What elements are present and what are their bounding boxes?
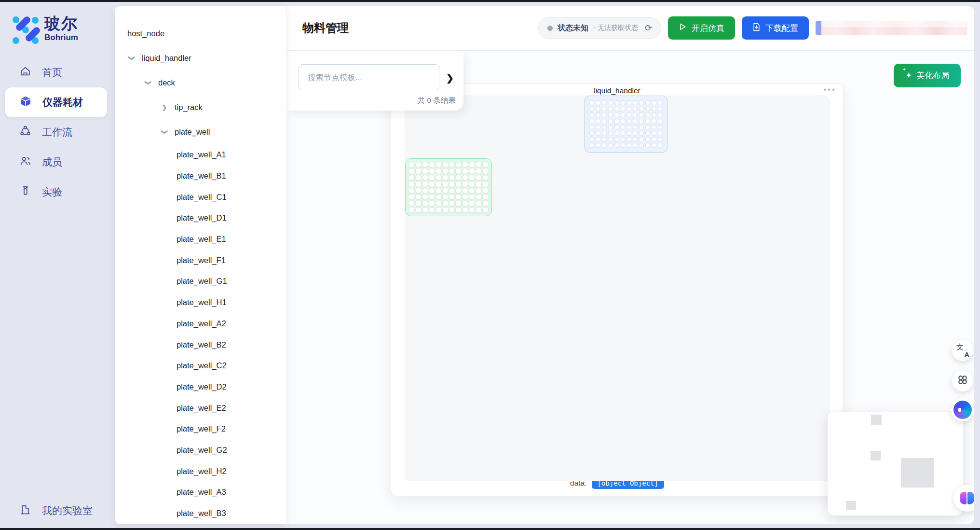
tree-item[interactable]: plate_well_F1 — [115, 250, 286, 271]
tree-item[interactable]: plate_well_H1 — [115, 292, 286, 313]
sidebar: 玻尔 Bohrium 首页 仪器耗材 工作流 成员 — [0, 2, 112, 530]
node-deck-area[interactable] — [405, 96, 830, 481]
ai-assistant-button[interactable] — [951, 398, 974, 421]
tree-chevron-icon[interactable]: ❯ — [128, 53, 136, 64]
sidebar-item-label: 我的实验室 — [42, 504, 93, 517]
page-header: 物料管理 状态未知 - 无法获取状态 ⟳ 开启仿真 下载配置 — [287, 6, 974, 51]
tree-item-label: plate_well_G1 — [177, 277, 227, 286]
tree-item[interactable]: plate_well_C1 — [115, 186, 286, 208]
tree-item[interactable]: plate_well_B1 — [115, 166, 286, 187]
tree-item[interactable]: plate_well_G2 — [115, 440, 286, 461]
brand-logo[interactable]: 玻尔 Bohrium — [11, 12, 107, 45]
tree-item-label: plate_well_F1 — [177, 256, 226, 265]
tree-item[interactable]: plate_well_A1 — [115, 144, 286, 166]
tree-item-label: plate_well_E1 — [177, 235, 226, 244]
tree-item-label: plate_well_H2 — [177, 467, 227, 476]
tree-item-label: plate_well_D2 — [177, 382, 227, 391]
tree-item-label: plate_well_E2 — [177, 404, 226, 413]
node-menu-dots-icon[interactable]: ••• — [823, 85, 836, 95]
tree-item[interactable]: plate_well_C2 — [115, 355, 286, 377]
refresh-icon[interactable]: ⟳ — [645, 23, 652, 33]
sidebar-item-home[interactable]: 首页 — [5, 57, 107, 87]
brand-name-cn: 玻尔 — [44, 15, 78, 31]
tree-item-label: plate_well_F2 — [177, 424, 226, 433]
main-panel: 物料管理 状态未知 - 无法获取状态 ⟳ 开启仿真 下载配置 ❯ 共 0 条结果 — [287, 6, 974, 524]
tree-item-label: plate_well_C1 — [177, 193, 227, 202]
tree-item[interactable]: plate_well_E1 — [115, 229, 286, 250]
download-config-label: 下载配置 — [765, 23, 798, 34]
sidebar-item-label: 成员 — [42, 155, 62, 169]
tree-item[interactable]: ❯ liquid_handler — [115, 46, 286, 70]
tree-chevron-icon[interactable]: ❯ — [145, 78, 152, 88]
download-config-button[interactable]: 下载配置 — [742, 16, 809, 40]
lab-building-icon — [19, 503, 31, 518]
sidebar-bottom: 我的实验室 — [5, 499, 107, 522]
tree-item-label: plate_well_B1 — [177, 171, 226, 181]
bohrium-logo-icon — [11, 14, 40, 43]
collapse-panel-arrow-icon[interactable]: ❯ — [446, 72, 454, 84]
sidebar-item-experiments[interactable]: 实验 — [5, 177, 107, 207]
minimap-node — [871, 415, 882, 425]
tree-item[interactable]: plate_well_D2 — [115, 377, 286, 398]
home-icon — [19, 65, 31, 80]
cube-icon — [19, 95, 32, 110]
sidebar-item-instruments[interactable]: 仪器耗材 — [5, 87, 107, 117]
start-simulation-label: 开启仿真 — [692, 23, 724, 34]
status-badge[interactable]: 状态未知 - 无法获取状态 ⟳ — [538, 17, 661, 39]
play-icon — [679, 23, 687, 33]
page-title: 物料管理 — [302, 20, 349, 36]
brand-name-en: Bohrium — [44, 33, 78, 42]
node-tree-panel: host_node ❯ liquid_handler ❯ deck ❯ tip_… — [115, 6, 287, 524]
tree-item[interactable]: plate_well_G1 — [115, 271, 286, 292]
tree-item[interactable]: plate_well_A2 — [115, 313, 286, 335]
tree-item[interactable]: ❯ deck — [115, 70, 286, 95]
minimap[interactable] — [828, 412, 963, 516]
tree-item[interactable]: plate_well_A3 — [115, 482, 286, 503]
brain-icon — [960, 492, 974, 504]
test-tube-icon — [19, 185, 31, 199]
tree-item[interactable]: plate_well_B3 — [115, 503, 286, 524]
beautify-layout-label: 美化布局 — [916, 70, 949, 81]
translate-button[interactable]: 文 A — [952, 340, 973, 361]
sidebar-item-my-lab[interactable]: 我的实验室 — [5, 499, 107, 522]
tree-item[interactable]: plate_well_F2 — [115, 418, 286, 440]
minimap-node — [846, 501, 856, 510]
tree-item-label: plate_well — [175, 127, 210, 137]
tip-rack-plate[interactable] — [585, 96, 667, 153]
search-input[interactable] — [299, 64, 439, 90]
sidebar-item-workflow[interactable]: 工作流 — [5, 117, 107, 147]
members-icon — [19, 155, 31, 169]
tree-chevron-icon[interactable]: ❯ — [161, 127, 168, 138]
tree-item-label: plate_well_H1 — [177, 298, 227, 307]
status-detail: - 无法获取状态 — [593, 24, 638, 32]
robot-face-icon — [953, 401, 972, 419]
tree-item-label: plate_well_D1 — [177, 213, 227, 223]
apps-grid-icon — [956, 374, 969, 388]
beautify-layout-button[interactable]: ✦ 美化布局 — [894, 64, 961, 87]
tree-item[interactable]: ❯ plate_well — [115, 120, 286, 144]
layout-canvas[interactable]: ❯ 共 0 条结果 liquid_handler ••• data: [obje… — [287, 51, 974, 524]
workflow-icon — [19, 125, 31, 139]
translate-icon: 文 A — [956, 344, 969, 357]
sidebar-item-members[interactable]: 成员 — [5, 147, 107, 177]
tree-item[interactable]: plate_well_B2 — [115, 334, 286, 355]
tree-item[interactable]: plate_well_D1 — [115, 208, 286, 229]
sidebar-item-label: 实验 — [42, 185, 62, 199]
tree-item[interactable]: plate_well_E2 — [115, 397, 286, 418]
tree-item-label: plate_well_A3 — [177, 488, 226, 497]
tree-item[interactable]: ❯ tip_rack — [115, 95, 286, 120]
tree-item[interactable]: host_node — [115, 21, 286, 46]
status-dot-icon — [547, 26, 553, 31]
well-plate[interactable] — [405, 158, 492, 216]
apps-grid-button[interactable] — [952, 370, 973, 391]
tree-item-label: plate_well_A2 — [177, 319, 226, 328]
tree-item[interactable]: plate_well_H2 — [115, 460, 286, 482]
start-simulation-button[interactable]: 开启仿真 — [668, 16, 735, 40]
tree-item-label: liquid_handler — [142, 54, 191, 63]
search-result-count: 共 0 条结果 — [418, 96, 456, 106]
sidebar-nav: 首页 仪器耗材 工作流 成员 实验 — [5, 57, 107, 207]
sidebar-item-label: 仪器耗材 — [42, 96, 83, 109]
window-bottom-edge — [0, 528, 980, 530]
tree-chevron-icon[interactable]: ❯ — [159, 104, 170, 111]
sidebar-item-label: 首页 — [42, 66, 62, 79]
